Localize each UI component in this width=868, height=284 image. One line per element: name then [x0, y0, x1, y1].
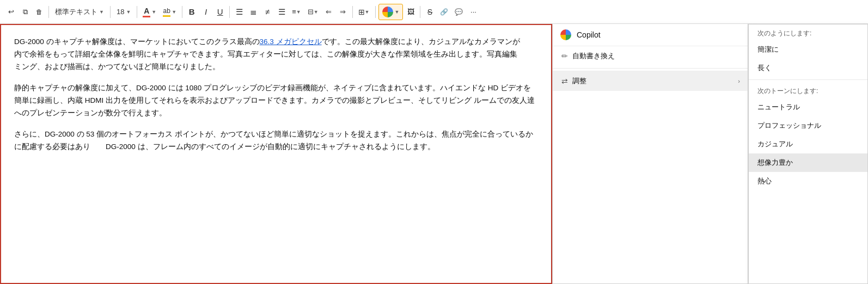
separator-1: [48, 6, 49, 18]
adjustment-arrow: ›: [738, 78, 740, 84]
font-color-chevron: ▼: [151, 9, 156, 15]
separator-5: [229, 6, 230, 18]
bold-icon: B: [189, 7, 195, 16]
font-size-dropdown[interactable]: 18 ▼: [113, 4, 134, 20]
copy-icon: ⧉: [23, 8, 28, 16]
numbered-list-button[interactable]: ⊟ ▼: [305, 4, 321, 20]
align-left-icon: ☰: [236, 7, 243, 17]
more-icon: ···: [470, 8, 476, 16]
align-justify-button[interactable]: ☰: [275, 4, 288, 20]
link-icon: 🔗: [440, 8, 448, 16]
outdent-icon: ⇐: [326, 8, 332, 16]
style-professional[interactable]: プロフェッショナル: [749, 116, 867, 135]
highlight-chevron: ▼: [172, 9, 176, 15]
numbered-chevron: ▼: [314, 9, 319, 15]
font-color-button[interactable]: A ▼: [140, 4, 159, 20]
table-button[interactable]: ⊞ ▼: [356, 4, 372, 20]
italic-button[interactable]: I: [199, 4, 212, 20]
table-icon: ⊞: [358, 8, 365, 16]
copilot-header-icon: [560, 29, 571, 40]
document-area[interactable]: DG-2000 のキャプチャ解像度は、マーケットにおいてこのクラス最高の36.3…: [0, 24, 552, 284]
image-button[interactable]: 🖼: [404, 4, 417, 20]
underline-icon: U: [217, 7, 223, 16]
separator-2: [110, 6, 111, 18]
submenu-separator-1: [749, 79, 867, 80]
separator-8: [420, 6, 420, 18]
align-right-icon: ≠: [265, 7, 270, 16]
align-justify-icon: ☰: [278, 7, 285, 17]
adjustment-icon: ⇄: [561, 77, 568, 85]
separator-6: [352, 6, 353, 18]
comment-button[interactable]: 💬: [452, 4, 466, 20]
image-icon: 🖼: [407, 8, 414, 16]
submenu-panel: 次のようにします: 簡潔に 長く 次のトーンにします: ニュートラル プロフェッ…: [748, 24, 868, 284]
more-options-button[interactable]: ···: [467, 4, 480, 20]
tone-group-label: 次のようにします:: [749, 24, 867, 40]
italic-icon: I: [205, 7, 207, 16]
style-chevron: ▼: [99, 9, 104, 15]
align-left-button[interactable]: ☰: [233, 4, 246, 20]
menu-section-adjust: ⇄ 調整 ›: [553, 71, 748, 91]
toolbar: ↩ ⧉ 🗑 標準テキスト ▼ 18 ▼ A ▼ ab ▼ B: [0, 0, 868, 24]
style-enthusiastic[interactable]: 熱心: [749, 172, 867, 190]
style-dropdown[interactable]: 標準テキスト ▼: [52, 4, 107, 20]
link-button[interactable]: 🔗: [437, 4, 451, 20]
strikethrough-icon: S: [427, 8, 432, 16]
copilot-title: Copilot: [577, 30, 601, 39]
copilot-chevron: ▼: [395, 9, 400, 15]
font-size-value: 18: [117, 8, 124, 16]
bullet-chevron: ▼: [296, 9, 301, 15]
paragraph-3: さらに、DG-2000 の 53 個のオートフォーカス ポイントが、かつてないほ…: [14, 128, 538, 153]
font-size-chevron: ▼: [126, 9, 131, 15]
align-center-icon: ≣: [250, 7, 257, 17]
font-color-icon: A: [143, 7, 150, 17]
trash-icon: 🗑: [36, 8, 42, 16]
bold-button[interactable]: B: [185, 4, 198, 20]
indent-icon: ⇒: [340, 8, 346, 16]
outdent-button[interactable]: ⇐: [322, 4, 335, 20]
strikethrough-button[interactable]: S: [423, 4, 436, 20]
auto-rewrite-label: 自動書き換え: [572, 51, 615, 61]
style-neutral[interactable]: ニュートラル: [749, 98, 867, 116]
paragraph-1: DG-2000 のキャプチャ解像度は、マーケットにおいてこのクラス最高の36.3…: [14, 36, 538, 73]
bullet-list-button[interactable]: ≡ ▼: [289, 4, 304, 20]
underline-button[interactable]: U: [213, 4, 227, 20]
style-label: 標準テキスト: [55, 7, 97, 17]
paragraph-2: 静的キャプチャの解像度に加えて、DG-2000 には 1080 プログレッシブの…: [14, 82, 538, 120]
adjustment-item[interactable]: ⇄ 調整 ›: [553, 71, 748, 91]
undo-button[interactable]: ↩: [4, 4, 17, 20]
paragraph-1-prefix: DG-2000 のキャプチャ解像度は、マーケットにおいてこのクラス最高の: [14, 38, 260, 46]
tone-concise[interactable]: 簡潔に: [749, 40, 867, 59]
adjustment-label: 調整: [572, 76, 586, 86]
right-panels: Copilot ✏ 自動書き換え ⇄ 調整 ›: [552, 24, 868, 284]
tone-long[interactable]: 長く: [749, 59, 867, 77]
separator-4: [182, 6, 182, 18]
highlight-button[interactable]: ab ▼: [160, 4, 179, 20]
table-chevron: ▼: [365, 9, 370, 15]
bullet-list-icon: ≡: [292, 8, 296, 16]
style-group-label: 次のトーンにします:: [749, 82, 867, 98]
comment-icon: 💬: [455, 8, 463, 16]
copilot-button[interactable]: ▼: [378, 4, 404, 20]
menu-separator: [553, 68, 748, 69]
delete-button[interactable]: 🗑: [33, 4, 46, 20]
copilot-panel: Copilot ✏ 自動書き換え ⇄ 調整 ›: [552, 24, 748, 284]
copilot-toolbar-icon: [382, 7, 393, 17]
align-center-button[interactable]: ≣: [247, 4, 260, 20]
numbered-list-icon: ⊟: [308, 8, 314, 16]
megapixel-link[interactable]: 36.3 メガピクセル: [260, 38, 322, 46]
copy-button[interactable]: ⧉: [19, 4, 32, 20]
style-imaginative[interactable]: 想像力豊か: [749, 153, 867, 172]
main-area: DG-2000 のキャプチャ解像度は、マーケットにおいてこのクラス最高の36.3…: [0, 24, 868, 284]
auto-rewrite-item[interactable]: ✏ 自動書き換え: [553, 46, 748, 66]
separator-3: [137, 6, 137, 18]
separator-7: [375, 6, 376, 18]
align-right-button[interactable]: ≠: [261, 4, 274, 20]
menu-section-auto: ✏ 自動書き換え: [553, 46, 748, 66]
auto-rewrite-icon: ✏: [561, 52, 568, 60]
style-casual[interactable]: カジュアル: [749, 135, 867, 153]
indent-button[interactable]: ⇒: [337, 4, 350, 20]
copilot-header: Copilot: [553, 24, 748, 46]
undo-icon: ↩: [8, 8, 14, 16]
highlight-icon: ab: [163, 7, 170, 17]
